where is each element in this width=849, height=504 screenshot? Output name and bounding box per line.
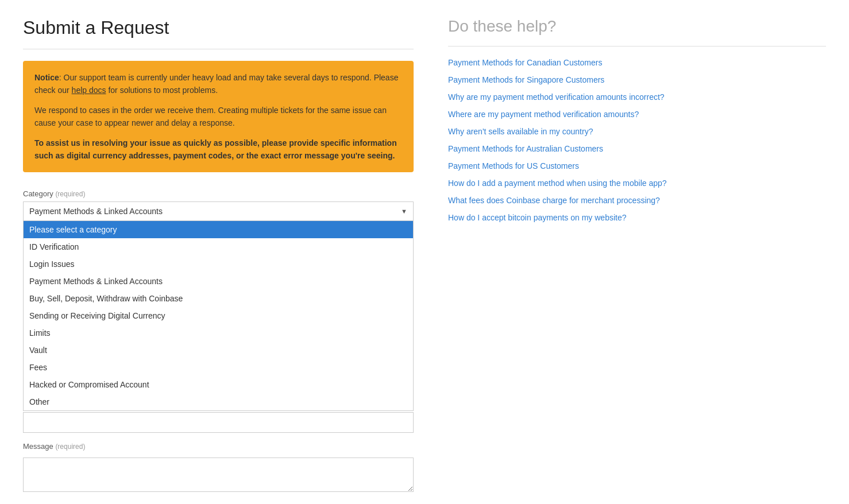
help-link-0[interactable]: Payment Methods for Canadian Customers	[448, 58, 602, 67]
dropdown-item-1[interactable]: ID Verification	[24, 238, 413, 255]
message-label: Message (required)	[23, 442, 414, 451]
notice-box: Notice: Our support team is currently un…	[23, 61, 414, 172]
category-selected-value: Payment Methods & Linked Accounts	[29, 207, 163, 216]
category-text-input[interactable]	[23, 412, 414, 433]
list-item-0: Payment Methods for Canadian Customers	[448, 58, 826, 67]
message-input[interactable]	[23, 458, 414, 492]
right-divider	[448, 46, 826, 46]
list-item-5: Payment Methods for Australian Customers	[448, 144, 826, 153]
dropdown-item-7[interactable]: Vault	[24, 342, 413, 359]
dropdown-item-4[interactable]: Buy, Sell, Deposit, Withdraw with Coinba…	[24, 290, 413, 307]
category-section: Category (required) Payment Methods & Li…	[23, 189, 414, 433]
list-item-3: Where are my payment method verification…	[448, 110, 826, 119]
list-item-2: Why are my payment method verification a…	[448, 92, 826, 102]
list-item-7: How do I add a payment method when using…	[448, 179, 826, 188]
right-panel: Do these help? Payment Methods for Canad…	[448, 17, 826, 494]
notice-bold: Notice	[34, 73, 59, 82]
chevron-down-icon: ▼	[401, 208, 407, 215]
message-section: Message (required)	[23, 442, 414, 494]
notice-paragraph-2: We respond to cases in the order we rece…	[34, 104, 402, 130]
help-link-9[interactable]: How do I accept bitcoin payments on my w…	[448, 213, 627, 222]
help-link-8[interactable]: What fees does Coinbase charge for merch…	[448, 196, 660, 205]
list-item-6: Payment Methods for US Customers	[448, 161, 826, 170]
help-link-1[interactable]: Payment Methods for Singapore Customers	[448, 75, 604, 84]
help-links-list: Payment Methods for Canadian Customers P…	[448, 58, 826, 222]
dropdown-item-5[interactable]: Sending or Receiving Digital Currency	[24, 307, 413, 324]
dropdown-item-6[interactable]: Limits	[24, 324, 413, 342]
help-link-2[interactable]: Why are my payment method verification a…	[448, 92, 665, 102]
left-panel: Submit a Request Notice: Our support tea…	[23, 17, 414, 494]
category-select-display[interactable]: Payment Methods & Linked Accounts ▼	[23, 201, 414, 221]
category-dropdown[interactable]: Please select a category ID Verification…	[23, 221, 414, 411]
right-panel-title: Do these help?	[448, 17, 826, 36]
dropdown-item-3[interactable]: Payment Methods & Linked Accounts	[24, 273, 413, 290]
notice-paragraph-3: To assist us in resolving your issue as …	[34, 137, 402, 162]
dropdown-item-8[interactable]: Fees	[24, 359, 413, 376]
dropdown-item-2[interactable]: Login Issues	[24, 255, 413, 273]
notice-text-2: for solutions to most problems.	[106, 86, 218, 95]
page-title: Submit a Request	[23, 17, 414, 38]
category-label: Category (required)	[23, 189, 414, 198]
dropdown-item-0[interactable]: Please select a category	[24, 221, 413, 238]
dropdown-item-10[interactable]: Other	[24, 393, 413, 410]
help-docs-link[interactable]: help docs	[72, 86, 106, 95]
help-link-6[interactable]: Payment Methods for US Customers	[448, 161, 579, 170]
list-item-8: What fees does Coinbase charge for merch…	[448, 196, 826, 205]
notice-paragraph-1: Notice: Our support team is currently un…	[34, 71, 402, 97]
title-divider	[23, 49, 414, 49]
help-link-7[interactable]: How do I add a payment method when using…	[448, 179, 667, 188]
list-item-9: How do I accept bitcoin payments on my w…	[448, 213, 826, 222]
list-item-4: Why aren't sells available in my country…	[448, 127, 826, 136]
help-link-5[interactable]: Payment Methods for Australian Customers	[448, 144, 603, 153]
help-link-3[interactable]: Where are my payment method verification…	[448, 110, 639, 119]
list-item-1: Payment Methods for Singapore Customers	[448, 75, 826, 84]
dropdown-item-9[interactable]: Hacked or Compromised Account	[24, 376, 413, 393]
help-link-4[interactable]: Why aren't sells available in my country…	[448, 127, 593, 136]
